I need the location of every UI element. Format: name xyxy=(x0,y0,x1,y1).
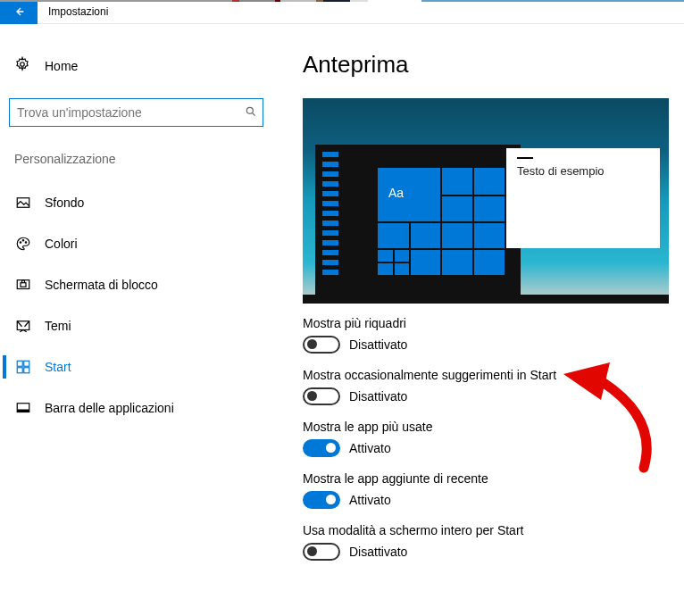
title-accent xyxy=(0,0,684,2)
sidebar: Home Personalizzazione Sfondo Colori xyxy=(0,24,272,616)
toggle-switch[interactable] xyxy=(303,439,340,457)
toggle-state-label: Attivato xyxy=(349,493,391,507)
picture-icon xyxy=(14,195,32,211)
toggle-switch[interactable] xyxy=(303,543,340,561)
search-box[interactable] xyxy=(9,98,263,127)
svg-rect-9 xyxy=(17,361,22,366)
setting-label: Usa modalità a schermo intero per Start xyxy=(303,523,675,537)
gear-icon xyxy=(14,56,30,75)
preview-note: Testo di esempio xyxy=(506,148,660,248)
palette-icon xyxy=(14,236,32,252)
svg-point-3 xyxy=(20,242,21,244)
themes-icon xyxy=(14,318,32,334)
nav-label: Colori xyxy=(45,237,78,251)
svg-rect-6 xyxy=(17,280,29,289)
toggle-switch[interactable] xyxy=(303,387,340,405)
svg-point-0 xyxy=(21,62,25,67)
toggle-switch[interactable] xyxy=(303,336,340,354)
sidebar-item-colori[interactable]: Colori xyxy=(6,223,263,264)
page-title: Anteprima xyxy=(303,51,675,79)
toggle-switch[interactable] xyxy=(303,491,340,509)
sidebar-section-label: Personalizzazione xyxy=(9,152,263,166)
setting-item: Mostra le app più usateAttivato xyxy=(303,420,675,457)
back-button[interactable] xyxy=(0,0,38,24)
setting-item: Mostra le app aggiunte di recenteAttivat… xyxy=(303,471,675,509)
svg-rect-10 xyxy=(24,361,29,366)
setting-item: Usa modalità a schermo intero per StartD… xyxy=(303,523,675,561)
titlebar: Impostazioni xyxy=(0,0,684,24)
setting-item: Mostra occasionalmente suggerimenti in S… xyxy=(303,368,675,405)
lockscreen-icon xyxy=(14,277,32,293)
setting-label: Mostra le app più usate xyxy=(303,420,675,434)
arrow-left-icon xyxy=(12,4,26,19)
setting-item: Mostra più riquadriDisattivato xyxy=(303,316,675,354)
preview-start-menu: Aa xyxy=(315,145,521,295)
sidebar-item-temi[interactable]: Temi xyxy=(6,305,263,346)
toggle-state-label: Disattivato xyxy=(349,545,407,559)
active-marker xyxy=(3,355,6,379)
toggle-state-label: Disattivato xyxy=(349,337,407,352)
taskbar-icon xyxy=(14,400,32,416)
sidebar-item-start[interactable]: Start xyxy=(6,346,263,387)
main-panel: Anteprima Aa xyxy=(272,24,684,616)
setting-label: Mostra più riquadri xyxy=(303,316,675,330)
svg-rect-7 xyxy=(21,283,26,287)
nav-label: Schermata di blocco xyxy=(45,278,158,292)
nav-label: Temi xyxy=(45,319,71,333)
svg-rect-12 xyxy=(24,368,29,373)
window-title: Impostazioni xyxy=(38,5,108,18)
svg-rect-11 xyxy=(17,368,22,373)
search-input[interactable] xyxy=(17,105,245,120)
preview-tile-label: Aa xyxy=(388,186,404,200)
svg-point-5 xyxy=(25,242,27,244)
nav-label: Start xyxy=(45,360,71,374)
nav-label: Barra delle applicazioni xyxy=(45,401,174,415)
nav-label: Sfondo xyxy=(45,196,84,210)
search-icon xyxy=(245,105,257,121)
svg-point-4 xyxy=(22,240,24,242)
preview-image: Aa Testo di esempio xyxy=(303,98,669,304)
sidebar-home[interactable]: Home xyxy=(9,51,263,80)
toggle-state-label: Disattivato xyxy=(349,389,407,404)
svg-rect-14 xyxy=(17,410,29,412)
sidebar-item-taskbar[interactable]: Barra delle applicazioni xyxy=(6,387,263,429)
sidebar-item-lockscreen[interactable]: Schermata di blocco xyxy=(6,264,263,305)
sidebar-item-sfondo[interactable]: Sfondo xyxy=(6,182,263,223)
sidebar-home-label: Home xyxy=(45,59,78,73)
preview-note-text: Testo di esempio xyxy=(517,164,649,178)
toggle-state-label: Attivato xyxy=(349,441,391,455)
sidebar-nav: Sfondo Colori Schermata di blocco Temi xyxy=(9,182,263,429)
setting-label: Mostra occasionalmente suggerimenti in S… xyxy=(303,368,675,382)
preview-tiles: Aa xyxy=(378,168,505,275)
start-icon xyxy=(14,359,32,375)
svg-point-1 xyxy=(246,107,253,113)
setting-label: Mostra le app aggiunte di recente xyxy=(303,471,675,486)
